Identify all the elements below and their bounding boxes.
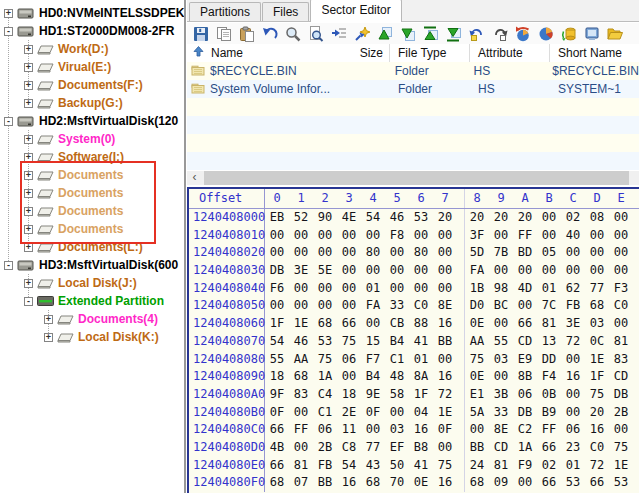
hex-byte[interactable]: 62 [561,280,585,298]
hex-byte[interactable]: 00 [609,244,633,262]
hex-byte[interactable]: CB [385,315,409,333]
hex-byte[interactable]: 00 [585,262,609,280]
hex-byte[interactable]: 03 [489,351,513,369]
hex-byte[interactable]: 33 [489,404,513,422]
expand-icon[interactable]: + [24,45,33,54]
expand-icon[interactable]: + [24,99,33,108]
hex-byte[interactable]: 00 [409,227,433,245]
hex-byte[interactable]: FF [289,421,313,439]
hex-byte[interactable]: 00 [265,297,289,315]
hex-byte[interactable]: 0E [464,315,489,333]
hex-byte[interactable]: 3E [561,315,585,333]
horizontal-scrollbar[interactable]: ‹ [187,171,639,185]
hex-byte[interactable]: FF [537,421,561,439]
hex-byte[interactable]: 00 [489,262,513,280]
hex-byte[interactable]: 00 [385,404,409,422]
hex-byte[interactable]: C0 [585,439,609,457]
goto-offset-icon[interactable] [331,26,347,42]
column-header-attribute[interactable]: Attribute [470,44,550,62]
hex-byte[interactable]: 0E [409,474,433,492]
hex-byte[interactable]: DB [265,262,289,280]
hex-byte[interactable]: 77 [361,439,385,457]
hex-byte[interactable]: 04 [409,404,433,422]
hex-byte[interactable]: 00 [561,404,585,422]
hex-byte[interactable]: 81 [537,315,561,333]
hex-byte[interactable]: 8E [489,421,513,439]
hex-byte[interactable]: 00 [433,439,457,457]
tab-partitions[interactable]: Partitions [189,2,261,21]
hex-byte[interactable]: 16 [433,315,457,333]
hex-byte[interactable]: 00 [513,262,537,280]
hex-byte[interactable]: E9 [513,351,537,369]
collapse-icon[interactable]: - [4,117,13,126]
expand-icon[interactable]: + [44,315,53,324]
hex-byte[interactable]: 53 [609,474,633,492]
hex-byte[interactable]: 00 [433,351,457,369]
tree-item-extended-partition[interactable]: -Extended Partition [0,292,184,310]
hex-byte[interactable]: 1B [464,280,489,298]
hex-byte[interactable]: DD [537,351,561,369]
hex-byte[interactable]: BD [513,244,537,262]
file-row-recycle-bin[interactable]: $RECYCLE.BINFolderHS$RECYCLE.BIN [187,62,639,80]
hex-byte[interactable]: DB [609,386,633,404]
hex-byte[interactable]: 20 [513,209,537,227]
hex-byte[interactable]: 15 [361,333,385,351]
hex-byte[interactable]: 83 [609,351,633,369]
hex-byte[interactable]: BB [464,439,489,457]
hex-byte[interactable]: 16 [337,474,361,492]
hex-byte[interactable]: 00 [289,280,313,298]
hex-byte[interactable]: 98 [489,280,513,298]
hex-byte[interactable]: 75 [464,351,489,369]
hex-byte[interactable]: 53 [313,333,337,351]
expand-icon[interactable]: + [24,81,33,90]
hex-byte[interactable]: 1E [289,315,313,333]
hex-byte[interactable]: 66 [337,315,361,333]
hex-byte[interactable]: 00 [337,244,361,262]
hex-byte[interactable]: 3E [289,262,313,280]
expand-icon[interactable]: + [4,9,13,18]
hex-byte[interactable]: 7C [537,297,561,315]
hex-byte[interactable]: 2B [313,439,337,457]
hex-byte[interactable]: 53 [561,474,585,492]
arrow-down-icon[interactable] [400,26,416,42]
jump-star-icon[interactable] [354,26,370,42]
tree-item-system-0[interactable]: +System(0) [0,130,184,148]
hex-byte[interactable]: 4E [337,209,361,227]
tree-item-documents-4[interactable]: +Documents(4) [0,310,184,328]
tree-item-hd2-msftvirtualdisk-120[interactable]: -HD2:MsftVirtualDisk(120 [0,112,184,130]
hex-byte[interactable]: 00 [489,368,513,386]
hex-byte[interactable]: 00 [361,227,385,245]
hex-byte[interactable]: 80 [409,244,433,262]
copy-icon[interactable] [216,26,232,42]
hex-byte[interactable]: 5D [464,244,489,262]
hex-byte[interactable]: 02 [537,457,561,475]
hex-byte[interactable]: 00 [537,227,561,245]
hex-byte[interactable]: FB [313,457,337,475]
hex-byte[interactable]: 53 [409,209,433,227]
hex-byte[interactable]: 43 [361,457,385,475]
hex-byte[interactable]: 2E [337,404,361,422]
hex-byte[interactable]: 75 [609,439,633,457]
hex-byte[interactable]: 1F [265,315,289,333]
goto-top-icon[interactable] [423,26,439,42]
tree-item-hd3-msftvirtualdisk-600[interactable]: -HD3:MsftVirtualDisk(600 [0,256,184,274]
hex-byte[interactable]: 20 [585,404,609,422]
hex-byte[interactable]: 00 [464,421,489,439]
hex-byte[interactable]: 00 [337,368,361,386]
hex-byte[interactable]: 0B [537,386,561,404]
hex-byte[interactable]: DB [513,404,537,422]
hex-byte[interactable]: 00 [265,244,289,262]
hex-byte[interactable]: 48 [385,368,409,386]
hex-byte[interactable]: 00 [409,280,433,298]
hex-byte[interactable]: 18 [337,386,361,404]
hex-byte[interactable]: 00 [561,244,585,262]
hex-byte[interactable]: 33 [385,297,409,315]
hex-byte[interactable]: 00 [489,227,513,245]
hex-byte[interactable]: 06 [337,351,361,369]
hex-byte[interactable]: B4 [361,368,385,386]
hex-byte[interactable]: 00 [561,386,585,404]
hex-byte[interactable]: 68 [464,474,489,492]
undo-step-icon[interactable] [469,26,485,42]
hex-byte[interactable]: 80 [361,244,385,262]
hex-byte[interactable]: 16 [585,421,609,439]
